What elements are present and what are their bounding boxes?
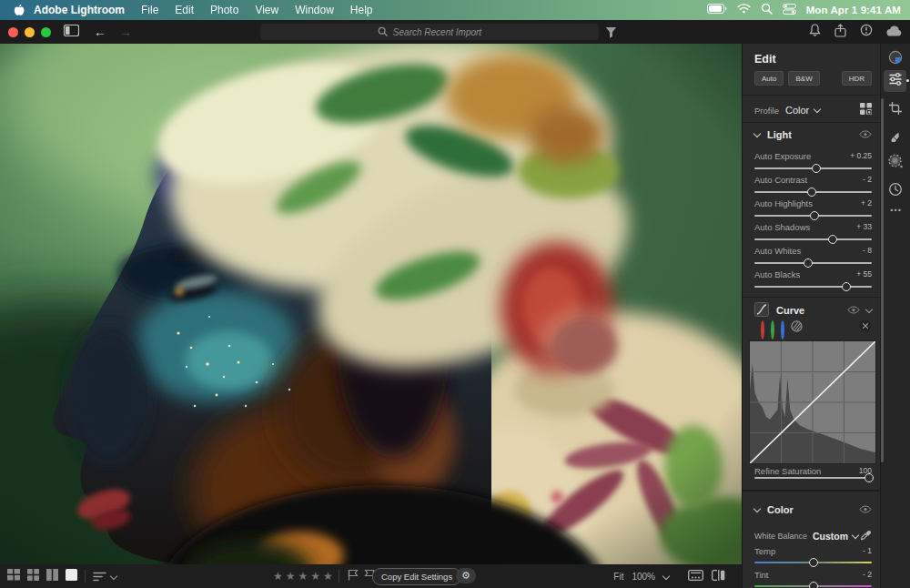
white-balance-chevron-icon[interactable] — [852, 532, 859, 539]
zoom-chevron-icon[interactable] — [662, 573, 670, 580]
white-balance-value[interactable]: Custom — [813, 531, 848, 542]
eyedropper-icon[interactable] — [861, 528, 872, 544]
slider-label: Auto Blacks — [754, 269, 800, 279]
curve-icon — [754, 302, 769, 319]
white-balance-label: White Balance — [754, 532, 807, 541]
square-grid-view-icon[interactable] — [27, 568, 39, 584]
more-tools-icon[interactable]: ⋯ — [890, 203, 902, 217]
filter-funnel-icon[interactable] — [605, 25, 617, 42]
temp-slider[interactable] — [754, 557, 872, 568]
copy-edit-settings-button[interactable]: Copy Edit Settings — [372, 568, 461, 585]
slider-row: Auto Highlights + 2 — [754, 198, 872, 208]
slider-row: Auto Contrast - 2 — [754, 175, 872, 185]
settings-gear-button[interactable]: ⚙ — [456, 568, 476, 583]
menu-file[interactable]: File — [141, 4, 158, 16]
light-visibility-eye-icon[interactable] — [859, 129, 872, 140]
hdr-button[interactable]: HDR — [842, 71, 872, 86]
photo-canvas[interactable] — [0, 44, 742, 564]
menu-edit[interactable]: Edit — [175, 4, 194, 16]
before-after-view-icon[interactable] — [712, 570, 725, 583]
photo-grid-view-icon[interactable] — [7, 568, 20, 584]
refine-saturation-slider[interactable] — [754, 472, 872, 483]
menu-clock[interactable]: Mon Apr 1 9:41 AM — [806, 5, 901, 15]
whites-slider[interactable] — [754, 258, 872, 269]
bw-button[interactable]: B&W — [788, 71, 819, 86]
star-icon[interactable]: ★ — [286, 570, 296, 583]
edit-panel-title: Edit — [754, 53, 872, 66]
close-window-button[interactable] — [8, 27, 18, 37]
spotlight-search-icon[interactable] — [761, 3, 773, 17]
back-arrow-button[interactable]: ← — [94, 25, 106, 38]
edit-sliders-icon[interactable] — [889, 73, 903, 90]
color-section-title: Color — [767, 504, 794, 515]
zoom-level-value[interactable]: 100% — [632, 572, 655, 582]
highlights-slider[interactable] — [754, 210, 872, 221]
detail-view-icon[interactable] — [66, 568, 77, 584]
curve-channel-red[interactable] — [761, 322, 764, 339]
menu-window[interactable]: Window — [295, 4, 334, 16]
apple-menu-icon[interactable] — [13, 4, 25, 17]
curve-channel-green[interactable] — [771, 322, 774, 339]
curve-reset-icon[interactable] — [859, 319, 872, 336]
light-section-header[interactable]: Light — [754, 129, 872, 140]
slider-row: Auto Exposure + 0.25 — [754, 151, 872, 161]
star-icon[interactable]: ★ — [323, 570, 333, 583]
curve-collapse-chevron-icon[interactable] — [865, 305, 873, 312]
bottom-toolbar: ★ ★ ★ ★ ★ Copy Edit Settings ⚙ — [0, 564, 742, 588]
notifications-bell-icon[interactable] — [809, 24, 821, 40]
star-rating[interactable]: ★ ★ ★ ★ ★ — [273, 564, 333, 588]
profile-browser-icon[interactable] — [860, 102, 872, 118]
menu-view[interactable]: View — [255, 4, 278, 16]
crop-tool-icon[interactable] — [888, 101, 903, 119]
temp-value: - 1 — [863, 546, 872, 556]
auto-button[interactable]: Auto — [754, 71, 784, 86]
wifi-icon[interactable] — [737, 4, 751, 16]
color-visibility-eye-icon[interactable] — [859, 504, 872, 515]
sync-status-icon[interactable] — [860, 24, 873, 40]
sort-icon[interactable] — [93, 572, 116, 582]
search-input[interactable]: Search Recent Import — [260, 24, 599, 40]
control-center-icon[interactable] — [783, 4, 796, 17]
healing-brush-icon[interactable] — [888, 129, 903, 147]
zoom-fit-label[interactable]: Fit — [613, 572, 623, 582]
star-icon[interactable]: ★ — [298, 570, 308, 583]
curve-visibility-eye-icon[interactable] — [847, 305, 860, 316]
forward-arrow-button[interactable]: → — [119, 25, 132, 38]
sidebar-toggle-icon[interactable] — [64, 24, 79, 40]
compare-view-icon[interactable] — [46, 568, 58, 584]
curve-channel-blue[interactable] — [781, 322, 784, 339]
blacks-slider[interactable] — [754, 281, 872, 292]
minimize-window-button[interactable] — [25, 27, 35, 37]
profile-chevron-icon[interactable] — [814, 106, 821, 113]
profile-label: Profile — [754, 106, 779, 116]
star-icon[interactable]: ★ — [273, 570, 283, 583]
cloud-icon[interactable] — [886, 24, 903, 40]
menu-help[interactable]: Help — [350, 4, 373, 16]
exposure-slider[interactable] — [754, 163, 872, 174]
tint-label: Tint — [754, 570, 768, 580]
light-collapse-chevron-icon[interactable] — [753, 129, 761, 137]
tone-curve-editor[interactable] — [749, 340, 876, 464]
filmstrip-toggle-icon[interactable] — [688, 570, 703, 583]
curve-channel-point[interactable] — [791, 319, 803, 336]
profile-value[interactable]: Color — [785, 105, 809, 116]
shadows-slider[interactable] — [754, 234, 872, 245]
panel-scrollbar[interactable] — [881, 98, 884, 462]
curve-section-header[interactable]: Curve — [754, 302, 872, 319]
search-icon — [378, 24, 388, 40]
menu-photo[interactable]: Photo — [210, 4, 238, 16]
sphere-adjust-icon[interactable] — [888, 50, 903, 68]
menu-app-name[interactable]: Adobe Lightroom — [34, 4, 125, 16]
flag-pick-icon[interactable] — [348, 568, 359, 584]
tint-slider[interactable] — [754, 581, 872, 588]
star-icon[interactable]: ★ — [310, 570, 320, 583]
versions-clock-icon[interactable] — [888, 182, 903, 200]
color-collapse-chevron-icon[interactable] — [753, 504, 761, 512]
masking-tool-icon[interactable] — [887, 153, 904, 173]
contrast-slider[interactable] — [754, 187, 872, 198]
slider-row: Tint - 2 — [754, 570, 872, 580]
color-section-header[interactable]: Color — [754, 504, 872, 515]
zoom-window-button[interactable] — [41, 27, 51, 37]
share-icon[interactable] — [834, 24, 846, 41]
battery-icon[interactable] — [707, 4, 727, 16]
